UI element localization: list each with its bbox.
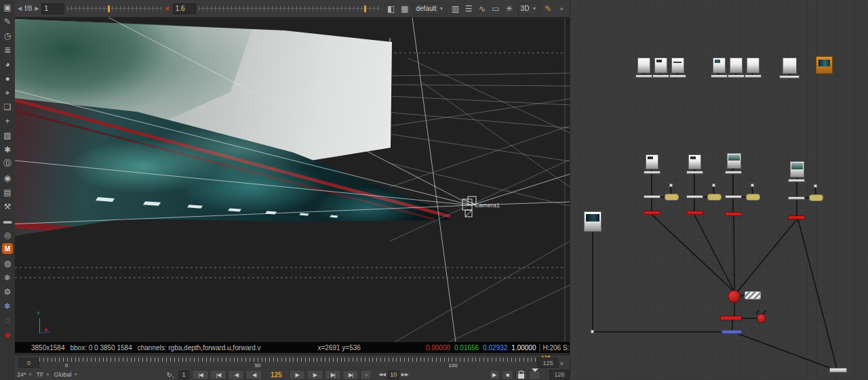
tf-dropdown[interactable]: TF▼ [34,371,52,378]
next-increment-button[interactable]: ▶| [325,370,341,380]
gain-slider[interactable] [67,4,162,14]
goto-start-button[interactable]: |◀ [192,370,208,380]
gear-icon[interactable]: ⚙ [1,284,14,299]
postage-bar-node[interactable] [635,75,652,78]
postage-bar-node[interactable] [788,179,805,182]
toolsets-icon[interactable]: ⚒ [1,199,14,213]
range-start-field[interactable]: 0 [18,358,39,368]
loop-count-field[interactable]: 1 [178,371,190,379]
read-node[interactable] [584,211,601,232]
draw-icon[interactable]: ✎ [1,14,14,28]
play-flag-icon[interactable]: ▶ [489,370,500,380]
deep-icon[interactable]: Ⓓ [1,156,14,171]
waveform-icon[interactable]: ∿ [477,4,488,14]
prev-increment-button[interactable]: |◀ [210,370,226,380]
image-icon[interactable]: ▣ [1,0,14,14]
timeline-scrollbar[interactable] [15,353,570,356]
read-node[interactable] [654,58,667,73]
dot-node[interactable] [669,184,673,187]
framehold-node[interactable] [686,195,703,198]
aperture-next-button[interactable]: ▶ [35,5,39,12]
gamma-slider[interactable] [199,4,380,14]
read-node[interactable] [713,58,726,73]
scanline-render-node[interactable] [720,316,742,320]
read-node[interactable] [727,153,741,169]
card-node[interactable] [725,212,742,216]
step-forward-button[interactable]: ▶ [289,370,305,380]
keyer-icon[interactable]: ⌖ [1,85,14,100]
postage-bar-node[interactable] [745,75,762,78]
wipe-icon[interactable]: ▦ [399,4,410,14]
scene-node[interactable] [728,290,741,303]
sparkles-icon[interactable]: ❄ [1,270,14,284]
transform-icon[interactable]: + [1,114,14,128]
goto-end-button[interactable]: ▶| [342,370,359,380]
light-node[interactable] [757,314,766,323]
loop-mode-icon[interactable]: ↻, [166,371,174,379]
cube-3d-icon[interactable]: ▧ [1,128,14,142]
card-node[interactable] [788,215,805,219]
card-node[interactable] [644,211,660,215]
time-icon[interactable]: ◷ [1,28,14,43]
views-icon[interactable]: ◉ [1,171,14,185]
frame-total-field[interactable]: 126 [549,370,570,380]
roi-icon[interactable]: ▭ [490,4,501,14]
project3d-node[interactable] [665,194,679,200]
read-node[interactable] [688,154,701,169]
range-end-field[interactable]: 125 [537,358,559,368]
plugin-icon[interactable]: ❄ [1,299,14,313]
more-chevron-icon[interactable]: » [556,5,567,12]
timeline-expand-icon[interactable]: » [558,362,566,366]
view-select-dropdown[interactable]: 3D▼ [517,3,540,15]
color-icon[interactable]: ◕ [1,57,14,71]
merge-icon[interactable]: ❏ [1,100,14,114]
framehold-node[interactable] [788,196,805,200]
node-graph-pane[interactable] [570,0,868,380]
frame-step-field[interactable]: 10 [388,371,399,379]
play-forward-button[interactable]: ▶ [307,370,323,380]
annotate-pencil-icon[interactable]: ✎ [542,4,553,14]
filter-icon[interactable]: ● [1,71,14,85]
other-icon[interactable]: ◎ [1,228,14,242]
ocula-icon[interactable]: ◍ [1,256,14,270]
card-node[interactable] [686,211,703,215]
particles-icon[interactable]: ✱ [1,142,14,156]
copy-node[interactable] [722,330,742,334]
gamma-slider-handle[interactable] [364,5,366,12]
circle-plugin-icon[interactable]: ◌ [1,313,14,327]
camera-node[interactable] [745,291,761,299]
project3d-node[interactable] [809,194,823,201]
dot-node[interactable] [591,330,594,333]
gamma-input[interactable]: 1.6 [173,3,196,14]
gizmo-icon[interactable]: ▬ [1,213,14,228]
postage-bar-node[interactable] [669,75,686,78]
read-node[interactable] [790,161,804,177]
viewer-lut-dropdown[interactable]: default▼ [413,3,448,15]
read-node[interactable] [730,58,743,73]
framehold-node[interactable] [725,195,742,198]
gain-input[interactable]: 1 [41,3,64,14]
modeler-icon[interactable]: M [2,243,13,254]
layout-icon[interactable]: ☰ [463,4,474,14]
postage-bar-node[interactable] [644,171,660,174]
range-mode-dropdown[interactable]: Global▼ [52,371,79,378]
read-node[interactable] [816,56,833,74]
read-node[interactable] [783,58,797,74]
project3d-node[interactable] [707,194,722,200]
dot-node[interactable] [814,184,817,188]
aperture-prev-button[interactable]: ◀ [18,5,22,12]
mirror-icon[interactable]: ◧ [386,4,397,14]
lock-range-icon[interactable] [515,370,527,380]
postage-bar-node[interactable] [779,75,800,79]
red-plugin-icon[interactable]: ◆ [1,327,14,341]
stop-flag-icon[interactable]: ■ [502,370,513,380]
viewport-3d-canvas[interactable]: Camera1 Y [15,18,570,342]
increment-step-button[interactable]: ▶▶ [401,372,409,377]
timeline-ruler[interactable]: 050100125 125 [39,357,536,369]
viewer-node[interactable] [829,368,847,373]
read-node[interactable] [747,58,760,73]
funnel-filter-icon[interactable] [529,370,540,380]
postage-bar-node[interactable] [725,171,742,174]
read-node[interactable] [671,58,684,73]
framehold-node[interactable] [644,195,660,198]
